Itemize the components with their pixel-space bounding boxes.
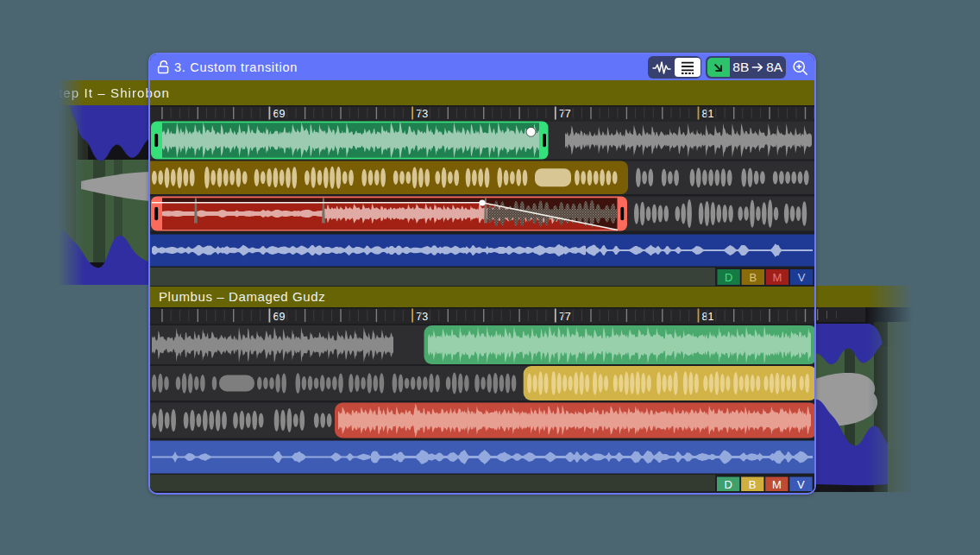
svg-text:B: B <box>749 271 757 284</box>
svg-text:81: 81 <box>702 108 714 120</box>
svg-text:81: 81 <box>702 311 714 323</box>
svg-text:69: 69 <box>273 108 286 120</box>
svg-text:69: 69 <box>273 311 286 323</box>
svg-text:73: 73 <box>416 311 428 323</box>
svg-text:D: D <box>724 478 732 491</box>
svg-text:77: 77 <box>559 311 571 323</box>
svg-text:V: V <box>798 271 806 284</box>
svg-text:M: M <box>773 271 782 284</box>
svg-text:M: M <box>772 478 782 491</box>
svg-text:D: D <box>725 271 732 284</box>
svg-text:V: V <box>797 478 805 491</box>
svg-text:73: 73 <box>416 108 428 120</box>
svg-text:77: 77 <box>559 108 571 120</box>
svg-text:B: B <box>749 478 757 491</box>
